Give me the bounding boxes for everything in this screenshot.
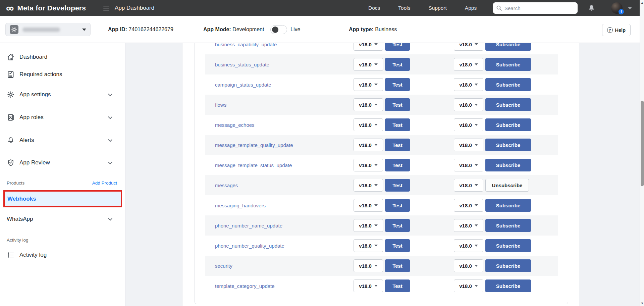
subscribe-button[interactable]: Subscribe (485, 279, 531, 292)
scroll-down-arrow-icon[interactable]: ▼ (640, 302, 644, 305)
top-nav-docs[interactable]: Docs (368, 5, 380, 11)
app-icon (10, 25, 18, 34)
test-button[interactable]: Test (385, 199, 410, 212)
id-card-icon (7, 113, 15, 121)
test-version-select[interactable]: v18.0 (354, 159, 383, 171)
webhook-field-link[interactable]: campaign_status_update (215, 82, 271, 88)
subscribe-version-select[interactable]: v18.0 (454, 279, 483, 292)
test-button[interactable]: Test (385, 259, 410, 272)
webhook-field-link[interactable]: business_status_update (215, 62, 269, 67)
webhook-field-link[interactable]: message_template_quality_update (215, 142, 293, 148)
subscribe-button[interactable]: Subscribe (485, 239, 531, 252)
webhook-field-link[interactable]: security (215, 263, 232, 269)
subscribe-button[interactable]: Subscribe (485, 219, 531, 232)
avatar[interactable]: f (611, 2, 623, 14)
test-version-select[interactable]: v18.0 (354, 239, 383, 252)
webhook-field-link[interactable]: message_echoes (215, 122, 255, 128)
facebook-badge-icon: f (619, 9, 624, 14)
test-button[interactable]: Test (385, 239, 410, 252)
subscribe-button[interactable]: Subscribe (485, 58, 531, 71)
subscribe-version-select[interactable]: v18.0 (454, 139, 483, 151)
subscribe-version-select[interactable]: v18.0 (454, 118, 483, 131)
test-version-select[interactable]: v18.0 (354, 98, 383, 111)
sidebar-item-alerts[interactable]: Alerts (0, 134, 126, 147)
test-button[interactable]: Test (385, 219, 410, 232)
webhook-field-link[interactable]: message_template_status_update (215, 162, 292, 168)
brand[interactable]: ∞ Meta for Developers (6, 1, 86, 15)
subscribe-button[interactable]: Subscribe (485, 78, 531, 91)
webhook-field-link[interactable]: phone_number_quality_update (215, 243, 284, 249)
app-mode-toggle[interactable] (270, 25, 287, 34)
test-version-select[interactable]: v18.0 (354, 78, 383, 91)
top-nav-tools[interactable]: Tools (398, 5, 410, 11)
subscribe-version-select[interactable]: v18.0 (454, 179, 483, 192)
top-nav-support[interactable]: Support (429, 5, 447, 11)
chevron-down-icon (108, 115, 112, 119)
sidebar-item-app-roles[interactable]: App roles (0, 111, 126, 124)
subscribe-version-select[interactable]: v18.0 (454, 78, 483, 91)
subscribe-button[interactable]: Subscribe (485, 159, 531, 171)
sidebar-item-whatsapp[interactable]: WhatsApp (0, 212, 126, 226)
chevron-down-icon (475, 204, 478, 206)
subscribe-version-select[interactable]: v18.0 (454, 98, 483, 111)
test-version-select[interactable]: v18.0 (354, 58, 383, 71)
subscribe-version-select[interactable]: v18.0 (454, 199, 483, 212)
top-nav-apps[interactable]: Apps (465, 5, 477, 11)
app-selector[interactable] (5, 23, 91, 36)
subscribe-version-select[interactable]: v18.0 (454, 219, 483, 232)
webhook-field-link[interactable]: messaging_handovers (215, 203, 266, 208)
subscribe-button[interactable]: Subscribe (485, 118, 531, 131)
help-label: Help (615, 28, 626, 33)
subscribe-button[interactable]: Subscribe (485, 199, 531, 212)
sidebar-item-webhooks-active[interactable]: Webhooks (3, 190, 122, 207)
test-button[interactable]: Test (385, 179, 410, 192)
sidebar-item-app-review[interactable]: App Review (0, 156, 126, 169)
add-product-link[interactable]: Add Product (92, 181, 117, 186)
test-button[interactable]: Test (385, 58, 410, 71)
version-value: v18.0 (459, 263, 472, 269)
help-button[interactable]: ? Help (602, 24, 631, 36)
webhook-field-link[interactable]: messages (215, 183, 238, 188)
test-button[interactable]: Test (385, 118, 410, 131)
sidebar-item-activity-log[interactable]: Activity log (0, 248, 126, 262)
test-version-select[interactable]: v18.0 (354, 259, 383, 272)
test-version-select[interactable]: v18.0 (354, 279, 383, 292)
test-version-select[interactable]: v18.0 (354, 139, 383, 151)
webhook-field-link[interactable]: phone_number_name_update (215, 223, 282, 228)
subscribe-button[interactable]: Subscribe (485, 98, 531, 111)
scrollbar-thumb[interactable] (641, 101, 644, 186)
subscribe-button[interactable]: Subscribe (485, 259, 531, 272)
test-button[interactable]: Test (385, 159, 410, 171)
sidebar-item-required-actions[interactable]: Required actions (0, 68, 126, 81)
subscribe-version-select[interactable]: v18.0 (454, 58, 483, 71)
subscribe-button[interactable]: Subscribe (485, 139, 531, 151)
checklist-icon (7, 70, 15, 79)
sidebar-item-app-settings[interactable]: App settings (0, 88, 126, 101)
chevron-down-icon (374, 63, 378, 65)
search-input[interactable] (504, 5, 568, 11)
subscribe-version-select[interactable]: v18.0 (454, 259, 483, 272)
webhook-row: phone_number_name_update v18.0 Test v18.… (205, 215, 558, 236)
test-version-select[interactable]: v18.0 (354, 118, 383, 131)
test-version-select[interactable]: v18.0 (354, 219, 383, 232)
notifications-bell-icon[interactable] (588, 4, 595, 13)
test-version-select[interactable]: v18.0 (354, 199, 383, 212)
subscribe-version-select[interactable]: v18.0 (454, 239, 483, 252)
sidebar-item-dashboard[interactable]: Dashboard (0, 50, 126, 64)
version-value: v18.0 (359, 122, 372, 128)
test-version-select[interactable]: v18.0 (354, 179, 383, 192)
test-button[interactable]: Test (385, 78, 410, 91)
subscribe-version-select[interactable]: v18.0 (454, 159, 483, 171)
app-name-redacted (22, 28, 60, 32)
test-button[interactable]: Test (385, 139, 410, 151)
webhook-field-link[interactable]: flows (215, 102, 226, 108)
unsubscribe-button[interactable]: Unsubscribe (485, 179, 529, 192)
chevron-down-icon (374, 43, 378, 45)
account-chevron-down-icon[interactable] (628, 7, 632, 9)
webhook-field-link[interactable]: template_category_update (215, 283, 275, 289)
test-button[interactable]: Test (385, 279, 410, 292)
test-button[interactable]: Test (385, 98, 410, 111)
scroll-up-arrow-icon[interactable]: ▲ (640, 1, 644, 4)
app-dashboard-menu[interactable]: App Dashboard (103, 5, 154, 11)
browser-scrollbar[interactable]: ▲ ▼ (640, 0, 644, 306)
